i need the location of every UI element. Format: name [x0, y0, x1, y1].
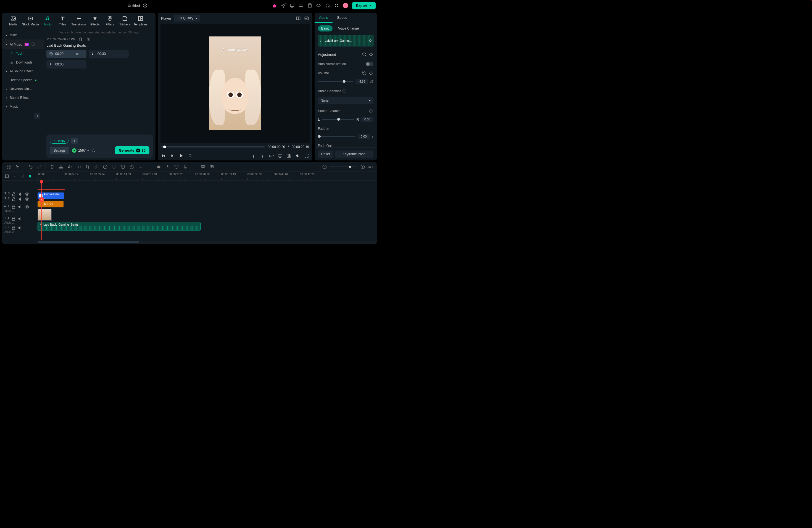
clip-audio-laidback[interactable]: Laid Back_Gaming_Beats — [38, 222, 201, 231]
clip-video-1[interactable] — [38, 209, 52, 221]
tl-sparkle-icon[interactable] — [165, 164, 170, 169]
tl-text-icon[interactable]: ▾ — [76, 164, 81, 169]
tab-stock-media[interactable]: Stock Media — [22, 15, 39, 26]
tl-link-icon[interactable] — [94, 164, 99, 169]
tab-stickers[interactable]: Stickers — [119, 15, 131, 26]
tab-effects[interactable]: Effects — [89, 15, 101, 26]
snapshot-icon[interactable] — [286, 153, 291, 158]
audio-clip-preview[interactable]: Laid Back_Gamin… — [318, 35, 373, 46]
image-icon[interactable] — [304, 16, 309, 21]
lock-icon[interactable] — [11, 216, 16, 221]
reset-button[interactable]: Reset — [318, 150, 333, 158]
tl-speed-icon[interactable] — [103, 164, 108, 169]
quality-dropdown[interactable]: Full Quality▾ — [174, 15, 200, 21]
track-header-2[interactable]: T2 — [2, 196, 38, 202]
eye-icon[interactable] — [24, 204, 29, 209]
tl-view-icon[interactable]: ▾ — [368, 164, 373, 169]
tl-more-icon[interactable]: » — [138, 164, 143, 169]
tl-audio-track-icon[interactable] — [192, 164, 197, 169]
collapse-sidebar-button[interactable]: ‹ — [34, 113, 40, 119]
track-header-a2[interactable]: ♪2 Audio 2 — [2, 225, 38, 233]
add-tag-button[interactable]: + — [71, 138, 78, 144]
sidebar-item-sound-effect[interactable]: ▸Sound Effect — [2, 93, 44, 102]
tl-redo-icon[interactable] — [37, 164, 42, 169]
zoom-in-icon[interactable] — [360, 164, 365, 169]
eye-icon[interactable] — [25, 192, 30, 196]
sidebar-item-ai-music[interactable]: ▾AI MusicAIⓘ — [2, 40, 44, 49]
tl-undo-icon[interactable] — [28, 164, 33, 169]
sidebar-item-tool[interactable]: Tool — [2, 49, 44, 58]
track-header-a1[interactable]: ♪1 Audio 1 — [2, 215, 38, 225]
volume-icon[interactable] — [295, 153, 300, 158]
subtab-basic[interactable]: Basic — [318, 25, 333, 31]
clip-card-2[interactable]: 00:30 — [46, 60, 86, 69]
volume-slider[interactable] — [318, 81, 353, 82]
layout-icon[interactable]: ▾ — [269, 153, 274, 158]
tl-snap-icon[interactable] — [4, 174, 10, 179]
playhead-cut-icon[interactable] — [39, 197, 44, 202]
avatar[interactable] — [343, 3, 348, 8]
zoom-slider[interactable] — [330, 166, 358, 167]
sidebar-item-downloads[interactable]: Downloads — [2, 58, 44, 67]
tl-marker-icon[interactable] — [28, 174, 33, 179]
mute-icon[interactable] — [18, 192, 23, 196]
reset-adjustment-icon[interactable] — [362, 52, 367, 57]
tl-record-icon[interactable] — [209, 164, 214, 169]
eye-icon[interactable] — [25, 196, 30, 202]
tab-audio[interactable]: Audio — [42, 15, 54, 26]
monitor-icon[interactable] — [278, 153, 282, 158]
save-icon[interactable] — [307, 3, 313, 8]
balance-slider[interactable] — [322, 119, 354, 120]
tl-color-icon[interactable] — [112, 164, 117, 169]
tl-cut-icon[interactable] — [59, 164, 63, 169]
lock-icon[interactable] — [11, 225, 16, 230]
timeline-scrollbar[interactable] — [38, 241, 377, 244]
track-header-v1[interactable]: ▸1 Video 1 — [2, 202, 38, 215]
clip-card-1[interactable]: 00:30 — [89, 50, 129, 58]
delete-icon[interactable] — [78, 37, 83, 42]
sidebar-item-text-to-speech[interactable]: Text to Speech — [2, 76, 44, 85]
fullscreen-icon[interactable] — [304, 153, 309, 158]
lock-icon[interactable] — [11, 204, 16, 209]
tab-templates[interactable]: Templates — [134, 15, 147, 26]
tl-ratio-icon[interactable] — [201, 164, 205, 169]
generate-button[interactable]: Generate ✦ 30 — [115, 146, 149, 155]
skip-back-icon[interactable] — [161, 153, 166, 158]
timeline-ruler[interactable]: :00:0000:00:04:1900:00:09:1400:00:14:090… — [38, 172, 377, 180]
refresh-icon[interactable] — [91, 148, 96, 153]
tab-titles[interactable]: Titles — [57, 15, 69, 26]
mute-icon[interactable] — [18, 204, 23, 209]
frame-back-icon[interactable] — [170, 153, 175, 158]
tl-delete-icon[interactable] — [50, 164, 55, 169]
subtab-voice-changer[interactable]: Voice Changer — [335, 25, 363, 31]
tl-timer-icon[interactable] — [129, 164, 134, 169]
more-icon[interactable]: ⋯ — [81, 52, 84, 56]
keyframe-panel-button[interactable]: Keyframe Panel — [335, 150, 373, 158]
display-icon[interactable] — [299, 3, 304, 8]
mark-in-icon[interactable]: { — [251, 153, 256, 158]
fade-in-slider[interactable] — [318, 136, 356, 137]
keyframe-adjustment-icon[interactable] — [368, 52, 373, 57]
channels-select[interactable]: None▾ — [318, 97, 373, 104]
tab-filters[interactable]: Filters — [104, 15, 116, 26]
mute-icon[interactable] — [18, 225, 23, 230]
lock-icon[interactable] — [11, 192, 16, 196]
tl-grid-icon[interactable] — [6, 164, 11, 169]
tab-audio-props[interactable]: Audio — [315, 13, 333, 23]
tl-link2-icon[interactable] — [12, 174, 17, 179]
lock-icon[interactable] — [11, 196, 16, 202]
auto-norm-toggle[interactable] — [366, 62, 373, 66]
tl-music-icon[interactable]: ▾ — [68, 164, 72, 169]
cloud-icon[interactable] — [316, 3, 321, 8]
tl-effect-icon[interactable] — [120, 164, 126, 169]
sidebar-item-ai-sound-effect[interactable]: ▸AI Sound Effect — [2, 67, 44, 76]
mute-icon[interactable] — [18, 196, 23, 202]
tab-speed[interactable]: Speed — [333, 13, 352, 23]
tab-media[interactable]: Media — [7, 15, 19, 26]
mark-out-icon[interactable]: } — [260, 153, 265, 158]
fade-in-value[interactable]: 0.00 — [358, 134, 370, 139]
gift-icon[interactable] — [272, 3, 277, 8]
reset-volume-icon[interactable] — [362, 71, 367, 76]
tl-crop-icon[interactable] — [85, 164, 90, 169]
playhead[interactable] — [41, 180, 42, 240]
